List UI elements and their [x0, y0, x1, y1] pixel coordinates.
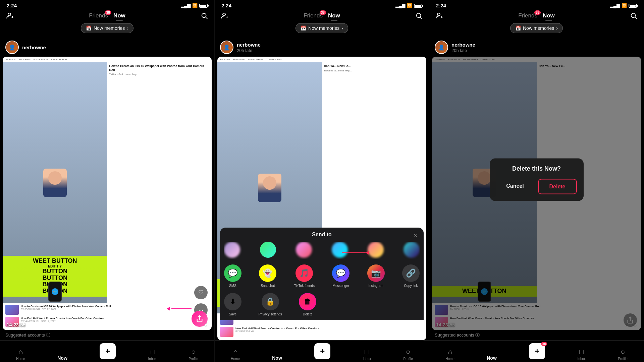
svg-point-3	[202, 13, 206, 18]
heart-btn-1[interactable]: ♡	[194, 286, 208, 299]
user-time-2: 20h late	[237, 48, 261, 53]
suggested-accounts-3: Suggested accounts ⓘ	[429, 330, 644, 340]
profile-nav-1[interactable]: ○ Profile	[189, 348, 198, 361]
spacer	[333, 293, 351, 316]
inbox-badge-3: 38	[541, 342, 547, 346]
selfie-face-1	[43, 169, 67, 197]
create-btn-1[interactable]: +	[100, 343, 116, 359]
memories-btn-3[interactable]: 📅 Now memories ›	[510, 23, 563, 33]
privacy-action[interactable]: 🔒 Privacy settings	[259, 293, 282, 316]
delete-action[interactable]: 🗑 Delete	[299, 293, 316, 316]
create-btn-2[interactable]: +	[314, 343, 330, 359]
save-action[interactable]: ⬇ Save	[224, 293, 241, 316]
snapchat-icon: 👻	[259, 264, 276, 282]
friends-badge-2: 38	[320, 10, 326, 15]
add-friend-icon-2[interactable]	[220, 11, 229, 20]
home-nav-2[interactable]: ⌂ Home	[231, 348, 240, 361]
contact-4[interactable]	[332, 242, 348, 259]
instagram-share[interactable]: 📷 Instagram	[367, 264, 385, 288]
cancel-btn[interactable]: Cancel	[496, 179, 534, 194]
home-nav-3[interactable]: ⌂ Home	[445, 348, 454, 361]
inbox-nav-2[interactable]: □ Inbox	[363, 348, 371, 361]
sms-share[interactable]: 💬 SMS	[224, 264, 241, 288]
messenger-share[interactable]: 💬 Messenger	[332, 264, 350, 288]
copy-link-share[interactable]: 🔗 Copy link	[402, 264, 420, 288]
delete-confirm-btn[interactable]: Delete	[538, 179, 577, 194]
profile-nav-3[interactable]: ○ Profile	[618, 348, 627, 361]
content-area-1: All Posts Education Social Media Creator…	[3, 57, 212, 330]
phone-panel-3: 2:24 ▂▄▆ 🛜 Friends 38 Now	[429, 0, 644, 362]
now-label-2: Now	[272, 355, 282, 361]
bottom-nav-3: ⌂ Home Now 38 + □ Inbox ○ Profile	[429, 340, 644, 362]
inbox-icon-1: □	[150, 348, 154, 356]
plus-nav-1[interactable]: +	[100, 343, 116, 361]
sheet-close-btn[interactable]: ×	[412, 232, 420, 240]
plus-nav-2[interactable]: +	[314, 343, 330, 361]
add-friend-icon-1[interactable]	[5, 11, 15, 20]
now-tab-2[interactable]: Now	[328, 12, 340, 19]
contact-5[interactable]	[368, 242, 384, 259]
nav-center-2: Friends 38 Now	[304, 12, 340, 19]
profile-nav-2[interactable]: ○ Profile	[403, 348, 413, 361]
inbox-nav-3[interactable]: □ Inbox	[578, 348, 586, 361]
avatar-3[interactable]: 👤	[435, 41, 448, 54]
inbox-nav-1[interactable]: □ Inbox	[148, 348, 156, 361]
now-nav-2[interactable]: Now	[272, 355, 282, 361]
now-label-3: Now	[487, 355, 497, 361]
contact-2[interactable]	[260, 242, 276, 259]
chevron-right-icon-2: ›	[341, 25, 343, 31]
tiktok-share[interactable]: 🎵 TikTok friends	[294, 264, 315, 288]
delete-dialog-title: Delete this Now?	[496, 165, 577, 172]
spacer2	[368, 293, 385, 316]
search-icon-2[interactable]	[414, 11, 424, 20]
avatar-1[interactable]: 👤	[5, 41, 19, 54]
now-tab-1[interactable]: Now	[113, 12, 125, 19]
friends-badge-1: 38	[105, 10, 111, 15]
phone-panel-1: 2:24 ▂▄▆ 🛜 Friends 38 Now	[0, 0, 215, 362]
now-nav-1[interactable]: Now	[57, 355, 67, 361]
create-btn-3[interactable]: 38 +	[529, 343, 545, 359]
friends-badge-3: 38	[534, 10, 541, 15]
svg-line-9	[420, 17, 422, 19]
add-friend-icon-3[interactable]	[435, 11, 444, 20]
svg-point-5	[223, 13, 225, 16]
home-nav-1[interactable]: ⌂ Home	[16, 348, 25, 361]
bottom-nav-2: ⌂ Home Now + □ Inbox ○ Profile	[215, 340, 429, 362]
instagram-icon: 📷	[367, 264, 385, 282]
phone-panel-2: 2:24 ▂▄▆ 🛜 Friends 38 Now	[215, 0, 429, 362]
instagram-label: Instagram	[368, 284, 383, 288]
friends-tab-2[interactable]: Friends 38	[304, 12, 323, 19]
tiktok-label: TikTok friends	[294, 284, 315, 288]
contact-avatar-6	[404, 242, 420, 258]
status-bar-3: 2:24 ▂▄▆ 🛜	[429, 0, 644, 10]
plus-nav-3[interactable]: 38 +	[529, 343, 545, 361]
status-bar-1: 2:24 ▂▄▆ 🛜	[0, 0, 214, 10]
contact-3[interactable]	[296, 242, 312, 259]
privacy-label: Privacy settings	[259, 312, 282, 316]
signal-icon-2: ▂▄▆	[395, 3, 405, 8]
now-nav-3[interactable]: Now	[487, 355, 497, 361]
contact-6[interactable]	[404, 242, 420, 259]
username-3: nerbowne	[451, 42, 475, 48]
save-label: Save	[229, 312, 237, 316]
user-time-3: 20h late	[451, 48, 475, 53]
memories-btn-2[interactable]: 📅 Now memories ›	[296, 23, 348, 33]
share-btn-1[interactable]	[192, 311, 208, 327]
friends-tab-3[interactable]: Friends 38	[518, 12, 537, 19]
snapchat-share[interactable]: 👻 Snapchat	[259, 264, 276, 288]
contacts-row	[224, 242, 420, 259]
chevron-right-icon-1: ›	[127, 25, 128, 31]
blog-right-1: How to Create an iOS 16 Wallpaper with P…	[107, 62, 212, 303]
nav-center-1: Friends 38 Now	[89, 12, 125, 19]
status-icons-2: ▂▄▆ 🛜	[395, 3, 422, 8]
search-icon-3[interactable]	[629, 11, 638, 20]
friends-tab-1[interactable]: Friends 38	[89, 12, 108, 19]
memories-btn-1[interactable]: 📅 Now memories ›	[81, 23, 133, 33]
avatar-2[interactable]: 👤	[220, 41, 233, 54]
search-icon-1[interactable]	[200, 11, 209, 20]
status-bar-2: 2:24 ▂▄▆ 🛜	[215, 0, 429, 10]
share-apps-row: 💬 SMS 👻 Snapchat 🎵 TikTok friends 💬 Mess…	[224, 264, 420, 288]
contact-1[interactable]	[224, 242, 240, 259]
contact-avatar-5	[368, 242, 384, 258]
now-tab-3[interactable]: Now	[543, 12, 555, 19]
